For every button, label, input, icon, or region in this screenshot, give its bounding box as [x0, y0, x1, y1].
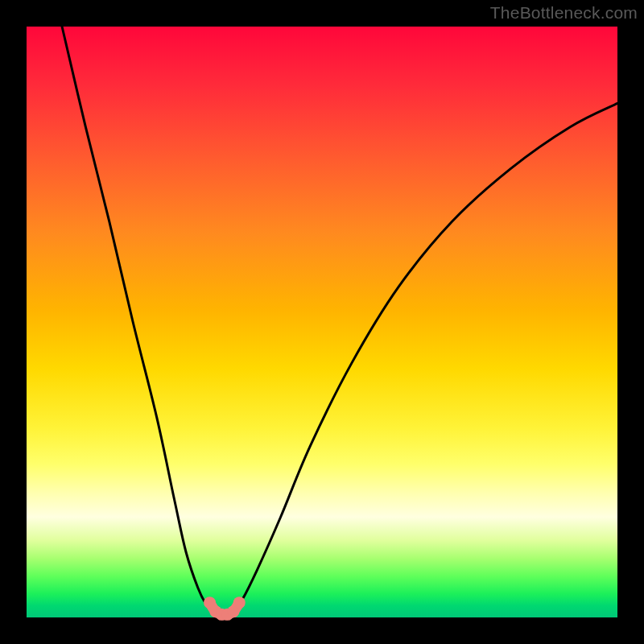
- watermark-text: TheBottleneck.com: [490, 3, 638, 23]
- valley-dot: [233, 597, 246, 609]
- curve-right-branch: [233, 103, 617, 611]
- curve-left-branch: [62, 27, 213, 612]
- plot-area: [27, 27, 617, 617]
- outer-frame: TheBottleneck.com: [0, 0, 644, 644]
- bottleneck-curve: [27, 27, 617, 617]
